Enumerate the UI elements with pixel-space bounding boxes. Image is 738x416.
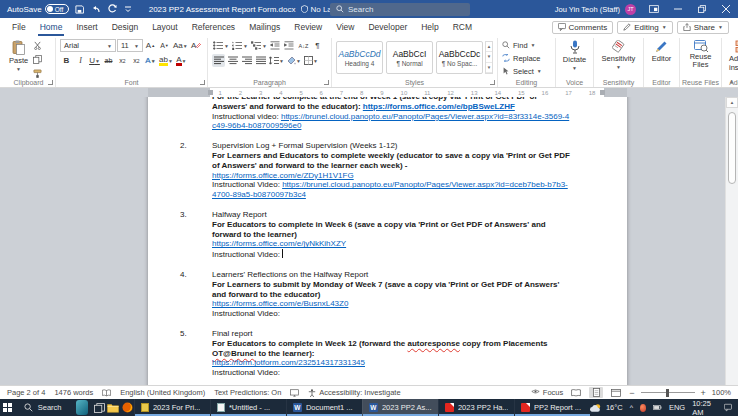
tab-rcm[interactable]: RCM [446, 18, 479, 36]
accessibility-status[interactable]: Accessibility: Investigate [308, 388, 400, 397]
find-button[interactable]: Find▼ [502, 39, 542, 51]
indent-marker[interactable] [600, 90, 605, 95]
styles-gallery-scroll[interactable]: ▲▼▼ [485, 41, 493, 74]
taskbar-search[interactable]: Search [15, 399, 71, 416]
form-hyperlink[interactable]: https://form.jotform.com/232514317331345 [212, 358, 365, 367]
zoom-slider-thumb[interactable] [666, 389, 669, 397]
justify-button[interactable] [254, 54, 267, 67]
sort-button[interactable]: A↓Z [297, 39, 310, 52]
font-size-dropdown[interactable]: 11▼ [117, 39, 143, 52]
taskbar-window-button[interactable]: W2023 PP2 As... [362, 399, 438, 416]
avatar[interactable]: JT [625, 4, 636, 15]
form-hyperlink[interactable]: https://forms.office.com/e/ZDy1H1V1FG [212, 171, 354, 180]
proofing-icon[interactable] [102, 389, 111, 397]
widget-icon[interactable] [76, 400, 88, 415]
superscript-button[interactable]: x2 [130, 54, 143, 67]
form-hyperlink[interactable]: https://forms.office.com/e/bpBSweLZHF [363, 102, 515, 111]
task-view-button[interactable] [93, 399, 107, 416]
firefox-button[interactable] [120, 399, 134, 416]
undo-button[interactable] [91, 4, 101, 14]
align-center-button[interactable] [226, 54, 239, 67]
collapse-ribbon-button[interactable]: ▲ [729, 78, 734, 84]
tray-expand-button[interactable]: ^ [630, 404, 633, 411]
zoom-in-button[interactable]: + [701, 388, 706, 398]
taskbar-window-button[interactable]: WDocument1 ... [286, 399, 362, 416]
tab-home[interactable]: Home [33, 18, 70, 36]
taskbar-window-button[interactable]: PP2 Report ... [514, 399, 590, 416]
style-card[interactable]: AaBbCcDc¶ No Spac... [436, 41, 483, 74]
indent-marker[interactable] [208, 90, 213, 95]
style-card[interactable]: AaBbCcDdHeading 4 [336, 41, 383, 74]
start-button[interactable] [0, 399, 15, 416]
tab-insert[interactable]: Insert [69, 18, 104, 36]
tab-developer[interactable]: Developer [361, 18, 414, 36]
sensitivity-button[interactable]: Sensitivity ▼ [599, 39, 639, 71]
tab-layout[interactable]: Layout [145, 18, 185, 36]
font-color-button[interactable]: A▼ [175, 54, 188, 67]
style-card[interactable]: AaBbCcI¶ Normal [386, 41, 433, 74]
form-hyperlink[interactable]: https://forms.office.com/e/jyNkKihXZY [212, 239, 346, 248]
shading-button[interactable]: ▼ [286, 54, 302, 67]
taskbar-window-button[interactable]: 2023 PP2 Ha... [438, 399, 514, 416]
taskbar-window-button[interactable]: *Untitled - ... [210, 399, 286, 416]
numbering-button[interactable]: ▼ [231, 39, 249, 52]
form-hyperlink[interactable]: https://forms.office.com/e/BusnxL43Z0 [212, 299, 348, 308]
paste-button[interactable]: Paste ▼ [6, 39, 31, 73]
page-number-status[interactable]: Page 2 of 4 [7, 388, 45, 397]
restore-button[interactable] [690, 0, 714, 18]
action-center-icon[interactable] [724, 403, 732, 412]
autosave-switch[interactable]: Off [45, 4, 69, 14]
tab-design[interactable]: Design [105, 18, 145, 36]
tab-review[interactable]: Review [287, 18, 329, 36]
close-button[interactable] [714, 0, 738, 18]
editing-mode-dropdown[interactable]: Editing ▼ [617, 21, 672, 34]
language-status[interactable]: English (United Kingdom) [120, 388, 205, 397]
display-settings-icon[interactable] [290, 389, 299, 397]
text-predictions-status[interactable]: Text Predictions: On [214, 388, 281, 397]
save-button[interactable] [75, 4, 85, 14]
search-input[interactable]: Search [330, 3, 470, 16]
scroll-up-button[interactable]: ▲ [726, 97, 738, 108]
subscript-button[interactable]: x2 [116, 54, 129, 67]
replace-button[interactable]: Replace [502, 52, 542, 64]
horizontal-ruler[interactable]: 123456789101112131415161718 [148, 88, 627, 97]
select-button[interactable]: Select▼ [502, 65, 542, 77]
clear-formatting-button[interactable]: A [190, 39, 203, 52]
tab-mailings[interactable]: Mailings [242, 18, 287, 36]
tab-help[interactable]: Help [414, 18, 445, 36]
bullets-button[interactable]: ▼ [212, 39, 230, 52]
print-layout-button[interactable] [589, 387, 603, 398]
focus-button[interactable]: Focus [531, 388, 563, 397]
presentation-icon[interactable] [642, 0, 666, 18]
weather-widget[interactable]: 16°C [590, 403, 623, 413]
dictate-button[interactable]: Dictate ▼ [560, 39, 589, 72]
highlight-color-button[interactable]: ab▼ [158, 54, 174, 67]
taskbar-window-button[interactable]: 2023 For Pri... [134, 399, 210, 416]
underline-button[interactable]: U▼ [88, 54, 101, 67]
zoom-level[interactable]: 100% [712, 388, 731, 397]
share-button[interactable]: Share ▼ [677, 21, 729, 34]
user-name[interactable]: Jou Yin Teoh (Staff) [555, 5, 620, 14]
increase-indent-button[interactable] [283, 39, 296, 52]
dialog-launcher-icon[interactable] [200, 80, 205, 85]
comments-button[interactable]: Comments [552, 21, 614, 34]
cut-button[interactable] [31, 39, 44, 52]
tab-file[interactable]: File [5, 18, 33, 36]
qat-customize-button[interactable] [123, 4, 133, 14]
dialog-launcher-icon[interactable] [490, 80, 495, 85]
multilevel-list-button[interactable]: ▼ [250, 39, 268, 52]
font-name-dropdown[interactable]: Arial▼ [60, 39, 116, 52]
tab-view[interactable]: View [329, 18, 361, 36]
battery-icon[interactable] [653, 404, 662, 411]
bold-button[interactable]: B [60, 54, 73, 67]
tab-references[interactable]: References [185, 18, 242, 36]
zoom-out-button[interactable]: − [629, 388, 634, 398]
file-explorer-button[interactable] [107, 399, 121, 416]
scrollbar-thumb[interactable] [728, 112, 736, 184]
autosave-toggle[interactable]: AutoSave Off [7, 4, 69, 14]
addins-button[interactable]: Add-ins [726, 39, 738, 73]
strikethrough-button[interactable]: ab [102, 54, 115, 67]
dialog-launcher-icon[interactable] [324, 80, 329, 85]
vertical-scrollbar[interactable]: ▲ [725, 97, 738, 385]
italic-button[interactable]: I [74, 54, 87, 67]
